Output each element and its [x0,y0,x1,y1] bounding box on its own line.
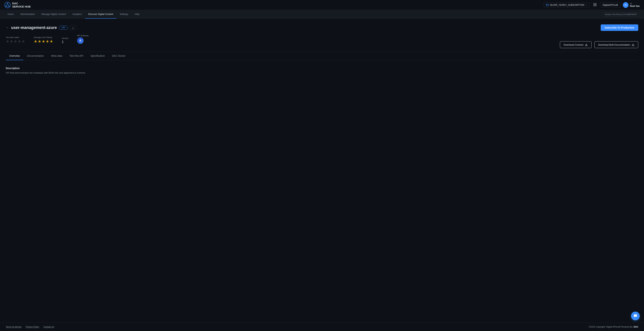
nav-item-manage-digital-content[interactable]: Manage Digital Content [38,10,69,19]
page-title-area: ← user-management-azure API △ [6,25,76,30]
user-rating-section: You have rated ★ ★ ★ ★ ★ [6,36,25,44]
ratings-and-downloads: You have rated ★ ★ ★ ★ ★ Average User Ra… [6,34,638,48]
chat-fab-button[interactable] [631,312,640,320]
svg-point-0 [5,2,10,8]
back-button[interactable]: ← [6,26,9,30]
tab-metadata[interactable]: Meta data [48,52,66,60]
version-value: 1 [62,40,68,44]
star-2: ★ [10,39,13,44]
download-icon [585,43,588,46]
api-title: user-management-azure [11,25,57,30]
nav-item-analytics[interactable]: Analytics [69,10,85,19]
svg-rect-12 [595,5,596,6]
nav-items: Home Administration Manage Digital Conte… [4,10,602,19]
logo-area: DAC SERVICE HUB [4,2,30,8]
nav-bar: Home Administration Manage Digital Conte… [0,10,644,19]
user-info: Hi Noel Vas [630,3,640,7]
version-section: Version 1 [62,37,68,44]
star-3: ★ [14,39,17,44]
avg-star-2: ★ [38,39,41,44]
subscribe-button[interactable]: Subscribe To Production [601,24,638,31]
logo-icon [4,2,11,8]
user-stars: ★ ★ ★ ★ ★ [6,39,25,44]
gateway-label: API Gateway [77,34,88,37]
svg-line-5 [8,3,9,6]
grid-icon-button[interactable] [592,2,598,8]
chat-icon [634,314,637,318]
svg-line-4 [6,3,8,6]
footer-link-terms[interactable]: Terms of service [6,326,22,328]
main-content: ← user-management-azure API △ Subscribe … [0,19,644,323]
avg-rating-label: Average User Rating [34,36,53,38]
footer-links: Terms of service Privacy Policy Contact … [6,326,54,328]
svg-rect-10 [595,3,596,4]
avg-stars: ★ ★ ★ ★ ★ [34,39,53,44]
svg-rect-11 [594,5,594,6]
nav-item-help[interactable]: Help [131,10,143,19]
version-label: Version [62,37,68,39]
nav-item-home[interactable]: Home [4,10,17,19]
nav-item-administration[interactable]: Administration [17,10,38,19]
description-text: API that demonstrates the metadata with … [6,71,638,75]
avg-star-4: ★ [46,39,49,44]
overview-section: Description API that demonstrates the me… [6,65,638,76]
nav-item-settings[interactable]: Settings [116,10,131,19]
api-tag-badge: API [59,26,68,30]
star-5: ★ [22,39,25,44]
tab-specification[interactable]: Specification [87,52,108,60]
footer-copyright: ©2024 Copyright: Digital APIcraft Powere… [589,326,638,328]
download-bulk-icon [632,43,634,46]
subscription-badge[interactable]: SILVER_YEARLY_SUBSCRIPTION [544,3,590,7]
bookmark-button[interactable]: △ [70,25,76,30]
avg-star-3: ★ [42,39,45,44]
version-badge: Version: Pre-Prod-2.0.0-SNAPSHOT [602,12,640,16]
svg-rect-7 [546,4,548,6]
description-title: Description [6,67,638,70]
tab-dac-doctor[interactable]: DAC Doctor [108,52,129,60]
avatar: N [623,2,628,8]
tab-overview[interactable]: Overview [6,52,23,60]
top-bar-right: SILVER_YEARLY_SUBSCRIPTION DigitalAPICra… [544,2,640,8]
download-contract-button[interactable]: Download Contract [560,41,592,48]
star-1: ★ [6,39,9,44]
svg-rect-9 [594,3,594,4]
nav-item-discover-digital-content[interactable]: Discover Digital Content [85,10,116,19]
avg-star-1: ★ [34,39,38,44]
tab-test-api[interactable]: Test this API [66,52,87,60]
page-header: ← user-management-azure API △ Subscribe … [6,24,638,31]
user-rating-label: You have rated [6,36,25,38]
avg-rating-section: Average User Rating ★ ★ ★ ★ ★ [34,36,53,44]
footer: Terms of service Privacy Policy Contact … [0,323,644,331]
action-buttons: Download Contract Download Bulk Document… [560,41,638,48]
tab-documentation[interactable]: Documentation [23,52,48,60]
gateway-section: API Gateway A [77,34,88,44]
ratings-row: You have rated ★ ★ ★ ★ ★ Average User Ra… [6,34,88,44]
user-area: N Hi Noel Vas [623,2,640,8]
avg-star-5: ★ [50,39,53,44]
download-bulk-documentation-button[interactable]: Download Bulk Documentation [594,41,638,48]
tabs-row: Overview Documentation Meta data Test th… [6,52,638,60]
gateway-icon: A [77,37,84,44]
brand-button[interactable]: DigitalAPICraft [600,2,621,7]
footer-link-contact[interactable]: Contact Us [44,326,54,328]
logo-text: DAC SERVICE HUB [12,2,30,8]
star-4: ★ [18,39,21,44]
footer-link-privacy[interactable]: Privacy Policy [26,326,39,328]
top-bar: DAC SERVICE HUB SILVER_YEARLY_SUBSCRIPTI… [0,0,644,10]
